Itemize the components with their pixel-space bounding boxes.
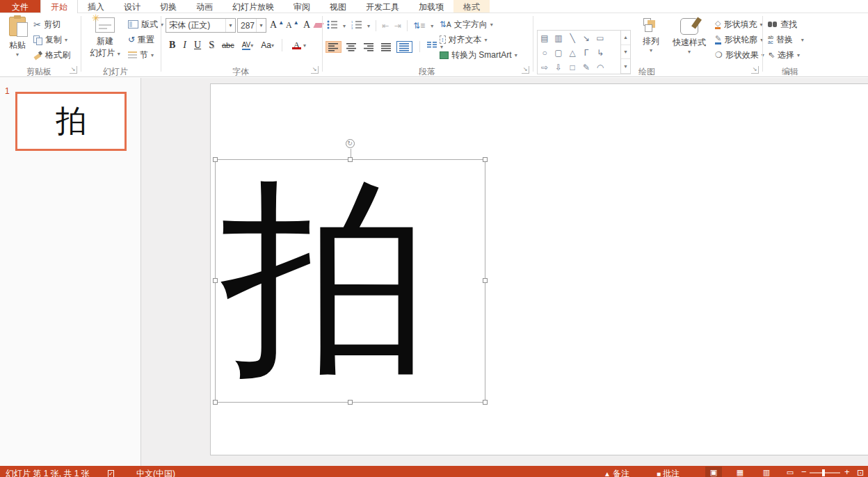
change-case-button[interactable]: Aa▾ <box>261 40 274 50</box>
text-direction-button[interactable]: ⇅A 文字方向▾ <box>440 17 493 31</box>
slide-thumbnail-panel[interactable]: 1 拍 <box>0 78 141 466</box>
reset-button[interactable]: ↺ 重置 <box>128 33 154 47</box>
paste-dropdown-arrow[interactable]: ▾ <box>16 51 19 58</box>
font-size-combo[interactable]: 287 ▾ <box>237 18 266 33</box>
bold-button[interactable]: B <box>169 40 175 51</box>
layout-button[interactable]: 版式 ▾ <box>128 17 163 31</box>
resize-handle-se[interactable] <box>483 400 488 405</box>
clipboard-dialog-launcher[interactable]: ↘ <box>70 66 77 74</box>
tab-review[interactable]: 审阅 <box>284 0 320 13</box>
format-painter-button[interactable]: 格式刷 <box>33 48 70 62</box>
align-right-button[interactable] <box>362 42 376 52</box>
rotation-handle[interactable]: ↻ <box>346 139 355 148</box>
resize-handle-s[interactable] <box>348 400 353 405</box>
shape-gallery-item[interactable]: ↳ <box>593 45 607 60</box>
shape-gallery-item[interactable]: ○ <box>538 45 552 60</box>
zoom-in-button[interactable]: + <box>844 467 850 477</box>
shape-gallery-up-arrow[interactable]: ▲ <box>621 31 630 45</box>
shape-gallery-item[interactable]: △ <box>565 45 579 60</box>
slide-thumbnail[interactable]: 拍 <box>15 92 127 151</box>
tab-animations[interactable]: 动画 <box>186 0 223 13</box>
fit-to-window-button[interactable]: ⊡ <box>857 468 864 477</box>
zoom-slider[interactable] <box>810 472 840 474</box>
textbox-selection[interactable]: ↻ <box>215 159 485 403</box>
tab-slideshow[interactable]: 幻灯片放映 <box>223 0 284 13</box>
bullets-dropdown-arrow[interactable]: ▾ <box>343 23 346 29</box>
tab-developer[interactable]: 开发工具 <box>356 0 409 13</box>
font-name-dropdown-arrow[interactable]: ▾ <box>225 19 235 32</box>
strikethrough-button[interactable]: abc <box>222 41 234 49</box>
shape-effects-button[interactable]: ❍ 形状效果▾ <box>715 48 764 62</box>
tab-file[interactable]: 文件 <box>0 0 40 13</box>
resize-handle-n[interactable] <box>348 157 353 162</box>
increase-indent-button[interactable]: ⇥ <box>394 21 401 31</box>
drawing-dialog-launcher[interactable]: ↘ <box>751 66 759 74</box>
shape-gallery-item[interactable]: ⇩ <box>552 60 565 74</box>
justify-button[interactable] <box>379 42 394 52</box>
zoom-slider-thumb[interactable] <box>822 469 825 476</box>
shape-gallery-item[interactable]: ▭ <box>593 31 607 45</box>
bullets-button[interactable] <box>327 20 337 31</box>
columns-button[interactable] <box>427 41 437 52</box>
cut-button[interactable]: ✂ 剪切 <box>33 17 61 31</box>
normal-view-button[interactable]: ▣ <box>705 467 722 477</box>
language-indicator[interactable]: 中文(中国) <box>136 468 175 477</box>
shape-gallery-item[interactable]: □ <box>565 60 579 74</box>
comments-toggle[interactable]: ■批注 <box>657 468 680 477</box>
shrink-font-button[interactable]: A▲ <box>286 18 299 32</box>
font-name-combo[interactable]: 宋体 (正文) ▾ <box>166 18 236 33</box>
section-button[interactable]: 节 ▾ <box>128 48 154 62</box>
text-shadow-button[interactable]: S <box>209 40 214 51</box>
notes-toggle[interactable]: ▲备注 <box>604 468 629 477</box>
font-color-button[interactable]: A ▾ <box>290 40 306 50</box>
shape-gallery-item[interactable]: ✎ <box>579 60 593 74</box>
font-size-dropdown-arrow[interactable]: ▾ <box>256 19 266 32</box>
resize-handle-e[interactable] <box>483 278 488 283</box>
shape-fill-button[interactable]: ◇ 形状填充▾ <box>715 17 762 31</box>
quick-styles-button[interactable]: 快速样式 ▾ <box>668 18 711 55</box>
resize-handle-sw[interactable] <box>213 400 218 405</box>
arrange-button[interactable]: 排列 ▾ <box>636 18 666 54</box>
reading-view-button[interactable]: ▥ <box>758 467 775 477</box>
tab-insert[interactable]: 插入 <box>78 0 114 13</box>
slide-sorter-view-button[interactable]: ▦ <box>732 467 748 477</box>
decrease-indent-button[interactable]: ⇤ <box>382 21 389 31</box>
slideshow-view-button[interactable]: ▭ <box>782 467 798 477</box>
shape-gallery-item[interactable]: Γ <box>579 45 593 60</box>
select-button[interactable]: ⇖ 选择▾ <box>768 48 800 62</box>
copy-button[interactable]: 复制 ▾ <box>33 33 67 47</box>
tab-format[interactable]: 格式 <box>453 0 490 13</box>
shape-gallery-down-arrow[interactable]: ▼ <box>621 45 630 60</box>
tab-transitions[interactable]: 切换 <box>150 0 186 13</box>
tab-design[interactable]: 设计 <box>114 0 150 13</box>
tab-addins[interactable]: 加载项 <box>409 0 453 13</box>
underline-button[interactable]: U <box>194 40 201 51</box>
distribute-text-button[interactable] <box>396 41 412 53</box>
shape-gallery-item[interactable]: ◠ <box>593 60 607 74</box>
align-center-button[interactable] <box>344 42 359 52</box>
shape-gallery-item[interactable]: ╲ <box>565 31 579 45</box>
align-left-button[interactable] <box>326 41 341 53</box>
character-spacing-button[interactable]: AV▾ <box>242 41 254 50</box>
find-button[interactable]: 查找 <box>768 17 797 31</box>
proofing-icon[interactable]: ✓ <box>108 468 114 477</box>
paragraph-dialog-launcher[interactable]: ↘ <box>522 66 529 74</box>
new-slide-button[interactable]: ✳ 新建 幻灯片 ▾ <box>85 17 125 59</box>
copy-dropdown-arrow[interactable]: ▾ <box>65 37 67 43</box>
shape-outline-button[interactable]: ✎ 形状轮廓▾ <box>715 33 763 47</box>
grow-font-button[interactable]: A▲ <box>270 18 284 32</box>
tab-home[interactable]: 开始 <box>40 0 78 13</box>
shape-gallery-item[interactable]: ▢ <box>552 45 565 60</box>
shape-gallery-item[interactable]: ▤ <box>538 31 552 45</box>
font-dialog-launcher[interactable]: ↘ <box>311 66 319 74</box>
italic-button[interactable]: I <box>183 40 186 51</box>
shape-gallery-item[interactable]: ⇨ <box>538 60 552 74</box>
zoom-out-button[interactable]: − <box>801 467 807 477</box>
paste-button[interactable]: 粘贴 ▾ <box>4 17 31 58</box>
convert-to-smartart-button[interactable]: 转换为 SmartArt▾ <box>440 48 517 62</box>
shape-gallery-item[interactable]: ↘ <box>579 31 593 45</box>
resize-handle-w[interactable] <box>213 278 218 283</box>
numbering-button[interactable]: 123 <box>351 20 362 31</box>
clear-formatting-button[interactable]: A <box>303 18 323 32</box>
line-spacing-dropdown-arrow[interactable]: ▾ <box>431 23 433 29</box>
